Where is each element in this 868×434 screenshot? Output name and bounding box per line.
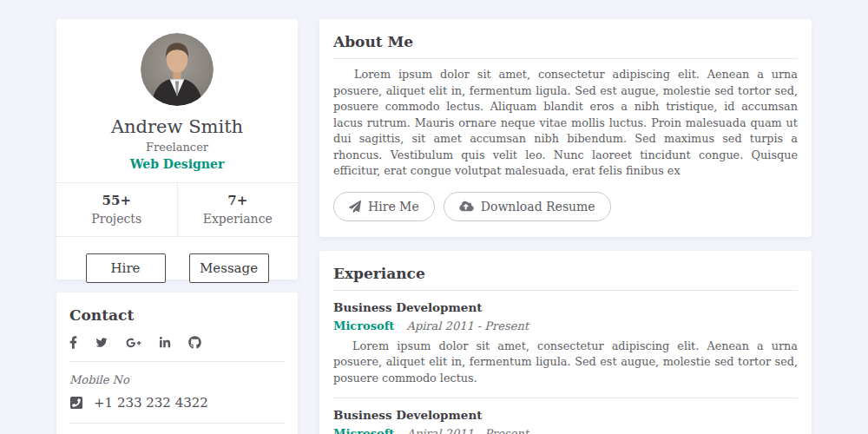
right-column: About Me Lorem ipsum dolor sit amet, con… bbox=[319, 19, 812, 434]
linkedin-icon[interactable] bbox=[159, 337, 171, 349]
contact-divider bbox=[69, 361, 285, 362]
stat-experience: 7+ Experiance bbox=[177, 183, 299, 236]
hire-button[interactable]: Hire bbox=[86, 253, 166, 283]
profile-specialty: Web Designer bbox=[56, 157, 298, 171]
google-plus-icon[interactable] bbox=[126, 337, 141, 349]
phone-square-icon bbox=[69, 396, 83, 410]
stat-experience-label: Experiance bbox=[178, 212, 299, 226]
contact-title: Contact bbox=[69, 306, 285, 324]
stat-projects-value: 55+ bbox=[56, 193, 177, 208]
stats-row: 55+ Projects 7+ Experiance bbox=[56, 182, 298, 237]
cloud-download-icon bbox=[459, 201, 474, 212]
stat-projects-label: Projects bbox=[56, 212, 177, 226]
paper-plane-icon bbox=[349, 201, 361, 213]
download-resume-button[interactable]: Download Resume bbox=[444, 192, 611, 221]
resume-page: Andrew Smith Freelancer Web Designer 55+… bbox=[0, 0, 868, 434]
about-title: About Me bbox=[333, 33, 798, 50]
entry-period: Apiral 2011 - Present bbox=[407, 427, 529, 434]
hire-me-button[interactable]: Hire Me bbox=[333, 192, 435, 221]
profile-name: Andrew Smith bbox=[56, 116, 298, 137]
entry-period: Apiral 2011 - Present bbox=[407, 319, 529, 332]
entry-company: Microsoft bbox=[333, 319, 394, 332]
experience-title: Experiance bbox=[333, 265, 798, 282]
left-column: Andrew Smith Freelancer Web Designer 55+… bbox=[56, 19, 298, 434]
entry-meta: Microsoft Apiral 2011 - Present bbox=[333, 319, 798, 332]
contact-divider bbox=[69, 423, 285, 424]
download-resume-label: Download Resume bbox=[481, 200, 595, 214]
github-icon[interactable] bbox=[188, 336, 201, 349]
mobile-value: +1 233 232 4322 bbox=[94, 395, 208, 411]
profile-photo bbox=[141, 33, 214, 106]
about-title-rule bbox=[333, 58, 798, 59]
entry-company: Microsoft bbox=[333, 427, 394, 434]
entry-meta: Microsoft Apiral 2011 - Present bbox=[333, 427, 798, 434]
mobile-row: +1 233 232 4322 bbox=[69, 395, 285, 411]
experience-entry: Business Development Microsoft Apiral 20… bbox=[333, 300, 798, 399]
hire-me-label: Hire Me bbox=[368, 200, 419, 214]
profile-actions: Hire Message bbox=[56, 253, 298, 283]
message-button[interactable]: Message bbox=[189, 253, 269, 283]
experience-entry: Business Development Microsoft Apiral 20… bbox=[333, 408, 798, 434]
facebook-icon[interactable] bbox=[69, 336, 77, 349]
entry-body: Lorem ipsum dolor sit amet, consectetur … bbox=[333, 339, 798, 387]
about-card: About Me Lorem ipsum dolor sit amet, con… bbox=[319, 19, 812, 237]
mobile-label: Mobile No bbox=[69, 373, 285, 386]
stat-experience-value: 7+ bbox=[178, 193, 299, 208]
contact-card: Contact Mobile No bbox=[56, 293, 298, 434]
about-body: Lorem ipsum dolor sit amet, consectetur … bbox=[333, 67, 798, 180]
entry-role: Business Development bbox=[333, 300, 798, 314]
experience-title-rule bbox=[333, 290, 798, 291]
social-links bbox=[69, 336, 285, 349]
experience-card: Experiance Business Development Microsof… bbox=[319, 251, 812, 434]
about-actions: Hire Me Download Resume bbox=[333, 192, 798, 221]
entry-role: Business Development bbox=[333, 408, 798, 422]
profile-role: Freelancer bbox=[56, 141, 298, 154]
entry-divider bbox=[333, 398, 798, 398]
profile-card: Andrew Smith Freelancer Web Designer 55+… bbox=[56, 19, 298, 279]
twitter-icon[interactable] bbox=[95, 337, 108, 348]
portrait-illustration bbox=[141, 33, 214, 106]
stat-projects: 55+ Projects bbox=[56, 183, 177, 236]
